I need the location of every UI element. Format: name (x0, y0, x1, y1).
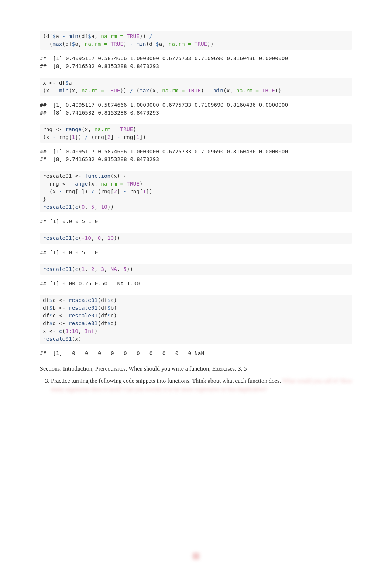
code-punct: ) (120, 88, 124, 93)
code-id: x (85, 126, 88, 132)
code-id: a (56, 33, 59, 39)
output-block-5: ## [1] 0.0 0.5 1.0 (40, 249, 352, 256)
code-punct: , (94, 266, 101, 272)
code-id: b (52, 305, 56, 311)
code-const: TRUE (107, 88, 120, 93)
code-num: 1:10 (65, 328, 78, 334)
output-block-6: ## [1] 0.00 0.25 0.50 NA 1.00 (40, 280, 352, 288)
code-block-3: rng <- range(x, na.rm = TRUE) (x - rng[1… (40, 124, 352, 143)
code-punct: , (94, 33, 101, 39)
output-line: ## [1] 0 0 0 0 0 0 0 0 0 0 NaN (40, 350, 204, 356)
code-punct: , (75, 88, 81, 93)
code-id: x (75, 336, 78, 342)
code-id: df (43, 297, 49, 303)
code-punct: ( (62, 41, 65, 47)
code-punct: ( (49, 188, 52, 194)
code-op: $ (49, 297, 52, 303)
code-punct: , (117, 266, 123, 272)
code-fn: c (75, 235, 78, 241)
code-punct: ) (94, 328, 98, 334)
code-num: 10 (107, 235, 114, 241)
code-punct: ) (278, 88, 281, 93)
code-punct: , (94, 204, 101, 210)
code-punct: ) (201, 88, 204, 93)
output-block-1: ## [1] 0.4095117 0.5874666 1.0000000 0.6… (40, 55, 352, 70)
code-arg: na.rm = (169, 41, 195, 47)
code-op: <- (56, 313, 69, 319)
code-id: rng (94, 134, 104, 140)
code-op: <- (56, 297, 69, 303)
code-id: a (52, 297, 56, 303)
code-num: 10 (101, 204, 107, 210)
code-id: df (59, 80, 65, 86)
code-op: $ (52, 33, 56, 39)
code-punct: ( (88, 181, 91, 187)
code-punct: ) (117, 173, 120, 179)
page: (df$a - min(df$a, na.rm = TRUE)) / (max(… (0, 0, 392, 575)
code-id: x (52, 188, 56, 194)
code-id: rng (59, 134, 69, 140)
code-id: x (43, 328, 46, 334)
code-fn: rescale01 (43, 204, 72, 210)
output-line: ## [1] 0.00 0.25 0.50 NA 1.00 (40, 280, 140, 286)
code-block-7: df$a <- rescale01(df$a) df$b <- rescale0… (40, 295, 352, 344)
code-num: 1 (136, 134, 140, 140)
code-arg: na.rm = (101, 181, 127, 187)
code-punct: , (88, 126, 94, 132)
code-punct: [ (140, 188, 143, 194)
code-punct: ] (140, 134, 143, 140)
code-punct: [ (104, 134, 107, 140)
code-punct: [ (69, 134, 72, 140)
code-fn: range (65, 126, 82, 132)
code-id: df (101, 313, 107, 319)
code-fn: range (72, 181, 88, 187)
code-punct: ( (72, 204, 75, 210)
code-punct: ) (143, 134, 146, 140)
code-op: $ (88, 33, 91, 39)
code-id: rng (65, 188, 75, 194)
code-punct: [ (110, 188, 114, 194)
code-num: 5 (91, 204, 94, 210)
code-op: <- (56, 305, 69, 311)
code-id: rng (123, 134, 133, 140)
output-line: ## [8] 0.7416532 0.8153288 0.8470293 (40, 156, 159, 162)
code-punct: , (101, 235, 107, 241)
code-id: df (82, 33, 88, 39)
code-op: / (146, 33, 152, 39)
code-punct: ] (146, 188, 149, 194)
code-id: d (110, 320, 114, 326)
code-punct: ) (114, 313, 117, 319)
code-op: $ (49, 313, 52, 319)
code-op: / (88, 188, 97, 194)
code-op: - (204, 88, 214, 93)
code-fn: max (52, 41, 62, 47)
code-punct: ( (72, 336, 75, 342)
code-punct: ) (140, 33, 143, 39)
code-punct: ( (49, 41, 52, 47)
code-op: / (127, 88, 136, 93)
page-number-blur (193, 553, 199, 559)
code-punct: ) (78, 134, 82, 140)
code-fn: rescale01 (43, 266, 72, 272)
code-num: 3 (101, 266, 104, 272)
code-block-4: rescale01 <- function(x) { rng <- range(… (40, 171, 352, 212)
code-op: - (49, 88, 59, 93)
code-fn: rescale01 (69, 313, 98, 319)
code-punct: ( (82, 126, 85, 132)
code-id: rng (43, 126, 52, 132)
code-punct: ) (78, 336, 82, 342)
code-fn: min (136, 41, 146, 47)
code-const: TRUE (194, 41, 207, 47)
code-arg: na.rm = (162, 88, 188, 93)
code-block-2: x <- df$a (x - min(x, na.rm = TRUE)) / (… (40, 78, 352, 96)
code-id: df (43, 313, 49, 319)
code-punct: ) (127, 266, 130, 272)
code-op: <- (46, 80, 59, 86)
output-line: ## [1] 0.4095117 0.5874666 1.0000000 0.6… (40, 55, 288, 61)
code-id: df (101, 320, 107, 326)
code-block-5: rescale01(c(-10, 0, 10)) (40, 233, 352, 244)
code-punct: ( (78, 204, 82, 210)
code-num: 1 (78, 188, 82, 194)
code-op: - (120, 188, 130, 194)
output-line: ## [8] 0.7416532 0.8153288 0.8470293 (40, 110, 159, 116)
